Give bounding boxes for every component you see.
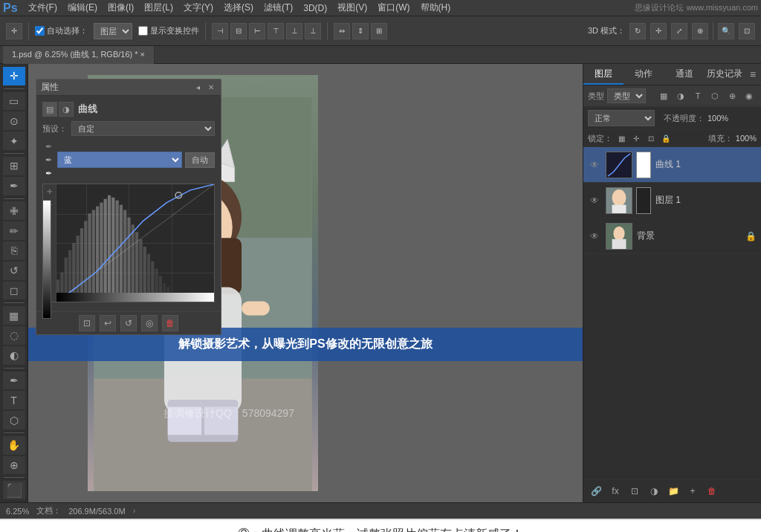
layer-select[interactable]: 图层 xyxy=(94,23,132,39)
3d-toolbar: 3D 模式： ↻ ✛ ⤢ ⊕ 🔍 ⊡ xyxy=(588,22,755,40)
filter-select[interactable]: 类型 xyxy=(607,88,646,103)
tab-history[interactable]: 历史记录 xyxy=(705,64,745,85)
marquee-tool[interactable]: ▭ xyxy=(3,92,25,111)
preset-select[interactable]: 自定 xyxy=(71,121,215,136)
eyedrop-gray-btn[interactable]: ✒ xyxy=(42,154,54,166)
move-tool[interactable]: ✛ xyxy=(3,67,25,85)
add-point-btn[interactable]: ✛ xyxy=(44,186,56,198)
align-left-icon[interactable]: ⊣ xyxy=(212,23,228,39)
filter-adjust-icon[interactable]: ◑ xyxy=(673,88,688,103)
blend-mode-select[interactable]: 正常 xyxy=(588,110,655,126)
filter-smart-icon[interactable]: ⊕ xyxy=(725,88,739,103)
delete-btn[interactable]: 🗑 xyxy=(162,315,178,331)
dist-h-icon[interactable]: ⇔ xyxy=(334,23,350,39)
tab-actions[interactable]: 动作 xyxy=(624,64,664,85)
history-brush-tool[interactable]: ↺ xyxy=(3,262,25,280)
add-mask-btn[interactable]: ⊡ xyxy=(626,483,643,499)
new-layer-btn[interactable]: + xyxy=(684,483,701,499)
panel-menu-btn[interactable]: ≡ xyxy=(745,64,761,85)
lock-pixel-icon[interactable]: ▦ xyxy=(615,132,627,144)
zoom-tool[interactable]: ⊕ xyxy=(3,456,25,475)
curves-icon[interactable]: ▤ xyxy=(42,102,57,117)
crop-tool[interactable]: ⊞ xyxy=(3,157,25,175)
magic-wand-tool[interactable]: ✦ xyxy=(3,132,25,150)
menu-3d[interactable]: 3D(D) xyxy=(299,1,331,15)
dodge-tool[interactable]: ◐ xyxy=(3,346,25,365)
panel-collapse-btn[interactable]: ◂ xyxy=(192,82,203,93)
align-bottom-icon[interactable]: ⊥ xyxy=(305,23,321,39)
search-icon[interactable]: 🔍 xyxy=(718,23,734,39)
align-middle-icon[interactable]: ⊥ xyxy=(286,23,302,39)
panel-close-btn[interactable]: ✕ xyxy=(206,82,216,93)
3d-scale-icon[interactable]: ⤢ xyxy=(671,23,687,39)
lock-all-icon[interactable]: 🔒 xyxy=(660,132,672,144)
document-tab[interactable]: 1.psd @ 6.25% (曲线 1, RGB/16) * × xyxy=(3,46,155,64)
move-tool-icon[interactable]: ✛ xyxy=(6,23,22,39)
align-center-icon[interactable]: ⊟ xyxy=(230,23,247,39)
clone-tool[interactable]: ⎘ xyxy=(3,241,25,260)
3d-rotate-icon[interactable]: ↻ xyxy=(629,23,646,39)
menu-edit[interactable]: 编辑(E) xyxy=(63,0,102,16)
tab-layers[interactable]: 图层 xyxy=(583,64,624,85)
menu-filter[interactable]: 滤镜(T) xyxy=(259,0,297,16)
reset-btn[interactable]: ↺ xyxy=(120,315,137,331)
heal-tool[interactable]: ✙ xyxy=(3,201,25,220)
panel-mode-icon[interactable]: ◑ xyxy=(59,102,74,117)
filter-text-icon[interactable]: T xyxy=(690,88,705,103)
eyedrop-black-btn[interactable]: ✒ xyxy=(42,140,54,152)
3d-pan-icon[interactable]: ⊕ xyxy=(692,23,708,39)
align-top-icon[interactable]: ⊤ xyxy=(268,23,284,39)
layer-eye-curves1[interactable]: 👁 xyxy=(588,158,601,172)
menu-help[interactable]: 帮助(H) xyxy=(416,0,456,16)
text-tool[interactable]: T xyxy=(3,391,25,409)
filter-pixel-icon[interactable]: ▦ xyxy=(656,88,671,103)
layer-background[interactable]: 👁 背景 🔒 xyxy=(583,218,761,254)
auto-select-checkbox[interactable]: 自动选择： xyxy=(35,25,88,36)
layer-eye-layer1[interactable]: 👁 xyxy=(588,194,601,207)
lock-artboard-icon[interactable]: ⊡ xyxy=(645,132,657,144)
pen-tool[interactable]: ✒ xyxy=(3,372,25,390)
dist-v-icon[interactable]: ⇕ xyxy=(352,23,369,39)
new-adjustment-btn[interactable]: ◑ xyxy=(646,483,662,499)
layer-layer1[interactable]: 👁 图层 1 xyxy=(583,183,761,218)
link-layers-btn[interactable]: 🔗 xyxy=(588,483,604,499)
path-select-tool[interactable]: ⬡ xyxy=(3,411,25,429)
new-group-btn[interactable]: 📁 xyxy=(665,483,681,499)
brush-tool[interactable]: ✏ xyxy=(3,221,25,240)
menu-file[interactable]: 文件(F) xyxy=(24,0,62,16)
eyedropper-tool[interactable]: ✒ xyxy=(3,177,25,195)
menu-image[interactable]: 图像(I) xyxy=(103,0,138,16)
visibility-btn[interactable]: ◎ xyxy=(141,315,158,331)
channel-select[interactable]: 蓝 xyxy=(57,152,182,168)
lasso-tool[interactable]: ⊙ xyxy=(3,111,25,130)
add-style-btn[interactable]: fx xyxy=(607,483,624,499)
lock-position-icon[interactable]: ✛ xyxy=(630,132,642,144)
delete-layer-btn[interactable]: 🗑 xyxy=(704,483,720,499)
eraser-tool[interactable]: ◻ xyxy=(3,282,25,300)
menu-view[interactable]: 视图(V) xyxy=(333,0,372,16)
filter-shape-icon[interactable]: ⬡ xyxy=(707,88,722,103)
layer-curves1[interactable]: 👁 曲线 1 xyxy=(583,147,761,183)
gradient-tool[interactable]: ▦ xyxy=(3,306,25,325)
show-transform-checkbox[interactable]: 显示变换控件 xyxy=(138,25,199,36)
layer-eye-background[interactable]: 👁 xyxy=(588,230,601,243)
eyedrop-white-btn[interactable]: ✒ xyxy=(42,167,54,179)
menu-select[interactable]: 选择(S) xyxy=(219,0,258,16)
3d-move-icon[interactable]: ✛ xyxy=(650,23,667,39)
settings-icon[interactable]: ⊡ xyxy=(739,23,755,39)
menu-window[interactable]: 窗口(W) xyxy=(373,0,414,16)
curve-graph[interactable]: ✛ ✏ xyxy=(42,184,215,302)
prev-state-btn[interactable]: ↩ xyxy=(100,315,116,331)
menu-layer[interactable]: 图层(L) xyxy=(140,0,178,16)
menu-text[interactable]: 文字(Y) xyxy=(179,0,218,16)
filter-toggle[interactable]: ◉ xyxy=(742,88,757,103)
auto-button[interactable]: 自动 xyxy=(185,152,215,168)
blur-tool[interactable]: ◌ xyxy=(3,326,25,345)
foreground-bg-color[interactable]: ⬛ xyxy=(3,481,25,499)
tab-channels[interactable]: 通道 xyxy=(664,64,705,85)
hand-tool[interactable]: ✋ xyxy=(3,436,25,455)
clip-btn[interactable]: ⊡ xyxy=(79,315,95,331)
panel-titlebar[interactable]: 属性 ◂ ✕ xyxy=(36,80,221,96)
dist-space-icon[interactable]: ⊞ xyxy=(371,23,387,39)
align-right-icon[interactable]: ⊢ xyxy=(249,23,265,39)
